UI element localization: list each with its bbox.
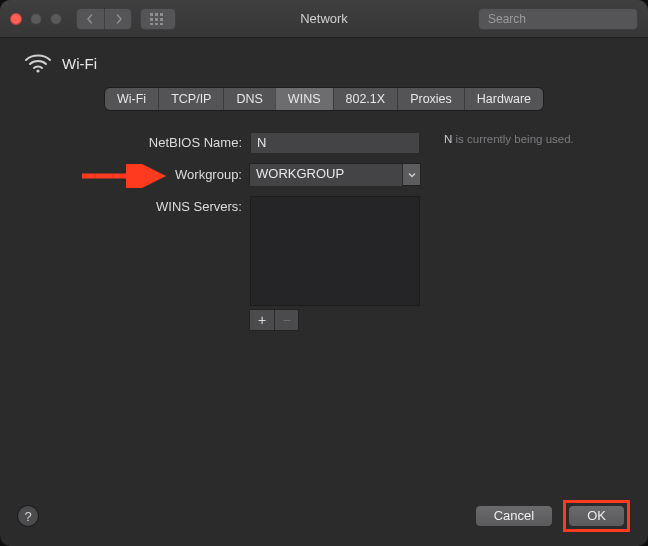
- chevron-left-icon: [85, 14, 95, 24]
- wins-servers-list[interactable]: [250, 196, 420, 306]
- search-input[interactable]: [488, 12, 638, 26]
- grid-icon: [150, 13, 166, 25]
- svg-rect-5: [160, 18, 163, 21]
- minimize-window-icon[interactable]: [30, 13, 42, 25]
- footer: ? Cancel OK: [0, 500, 648, 532]
- tab-wins[interactable]: WINS: [275, 88, 333, 110]
- back-button[interactable]: [76, 8, 104, 30]
- tab-8021x[interactable]: 802.1X: [333, 88, 398, 110]
- search-field[interactable]: [478, 8, 638, 30]
- ok-button[interactable]: OK: [568, 505, 625, 527]
- tab-tcpip[interactable]: TCP/IP: [158, 88, 223, 110]
- svg-rect-8: [160, 23, 163, 25]
- preferences-window: Network Wi-Fi Wi-Fi TCP/IP DNS WINS 802.…: [0, 0, 648, 546]
- help-button[interactable]: ?: [18, 506, 38, 526]
- workgroup-value[interactable]: WORKGROUP: [250, 164, 402, 186]
- show-all-button[interactable]: [140, 8, 176, 30]
- netbios-name-field[interactable]: N: [250, 132, 420, 154]
- show-all-segment: [140, 8, 176, 30]
- remove-wins-server-button: −: [274, 310, 298, 330]
- svg-rect-7: [155, 23, 158, 25]
- window-controls: [10, 13, 62, 25]
- close-window-icon[interactable]: [10, 13, 22, 25]
- workgroup-dropdown-button[interactable]: [402, 164, 420, 185]
- titlebar: Network: [0, 0, 648, 38]
- interface-header: Wi-Fi: [0, 38, 648, 82]
- netbios-label: NetBIOS Name:: [90, 132, 250, 154]
- workgroup-field[interactable]: WORKGROUP: [250, 164, 420, 185]
- interface-name: Wi-Fi: [62, 55, 97, 72]
- netbios-hint: N is currently being used.: [444, 132, 584, 146]
- netbios-hint-rest: is currently being used.: [452, 133, 573, 145]
- wifi-icon: [24, 52, 52, 74]
- wins-servers-label: WINS Servers:: [90, 196, 250, 218]
- workgroup-label: Workgroup:: [90, 164, 250, 186]
- tab-bar: Wi-Fi TCP/IP DNS WINS 802.1X Proxies Har…: [105, 88, 543, 110]
- annotation-highlight: OK: [563, 500, 630, 532]
- svg-rect-6: [150, 23, 153, 25]
- chevron-right-icon: [114, 14, 124, 24]
- svg-rect-2: [160, 13, 163, 16]
- zoom-window-icon[interactable]: [50, 13, 62, 25]
- question-mark-icon: ?: [24, 509, 31, 524]
- cancel-button[interactable]: Cancel: [475, 505, 553, 527]
- forward-button[interactable]: [104, 8, 132, 30]
- tab-proxies[interactable]: Proxies: [397, 88, 464, 110]
- back-forward-segment: [76, 8, 132, 30]
- svg-rect-3: [150, 18, 153, 21]
- tab-hardware[interactable]: Hardware: [464, 88, 543, 110]
- wins-servers-add-remove: + −: [250, 310, 298, 330]
- svg-point-11: [36, 69, 39, 72]
- chevron-down-icon: [408, 171, 416, 179]
- svg-rect-1: [155, 13, 158, 16]
- wins-form: N is currently being used. NetBIOS Name:…: [0, 132, 648, 340]
- tab-wifi[interactable]: Wi-Fi: [105, 88, 158, 110]
- add-wins-server-button[interactable]: +: [250, 310, 274, 330]
- tab-dns[interactable]: DNS: [223, 88, 274, 110]
- svg-rect-0: [150, 13, 153, 16]
- svg-rect-4: [155, 18, 158, 21]
